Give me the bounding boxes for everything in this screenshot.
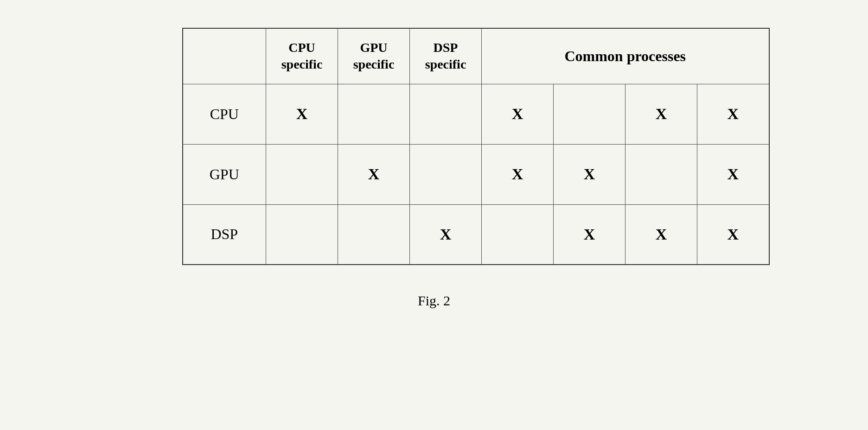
cell-dsp-common4: X xyxy=(697,204,769,265)
cell-gpu-common1: X xyxy=(482,144,554,204)
cell-gpu-cpu-specific xyxy=(266,144,338,204)
cell-dsp-common1 xyxy=(482,204,554,265)
table-row: DSP X X X X xyxy=(183,204,769,265)
table-row: GPU X X X X xyxy=(183,144,769,204)
col-gpu-specific-header: GPUspecific xyxy=(338,28,410,84)
row-label-gpu: GPU xyxy=(183,144,266,204)
empty-header-cell xyxy=(183,28,266,84)
col-common-processes-header: Common processes xyxy=(482,28,769,84)
table-wrapper: CPUspecific GPUspecific DSPspecific Comm… xyxy=(182,28,770,265)
row-label-dsp: DSP xyxy=(183,204,266,265)
cell-gpu-gpu-specific: X xyxy=(338,144,410,204)
page-container: CPUspecific GPUspecific DSPspecific Comm… xyxy=(0,19,868,309)
cell-cpu-gpu-specific xyxy=(338,84,410,144)
cell-cpu-dsp-specific xyxy=(410,84,482,144)
cell-dsp-common2: X xyxy=(554,204,625,265)
cell-cpu-common2 xyxy=(554,84,625,144)
cell-cpu-cpu-specific: X xyxy=(266,84,338,144)
cell-dsp-dsp-specific: X xyxy=(410,204,482,265)
cell-dsp-cpu-specific xyxy=(266,204,338,265)
cell-gpu-dsp-specific xyxy=(410,144,482,204)
col-cpu-specific-header: CPUspecific xyxy=(266,28,338,84)
header-row: CPUspecific GPUspecific DSPspecific Comm… xyxy=(183,28,769,84)
cell-gpu-common4: X xyxy=(697,144,769,204)
table-row: CPU X X X X xyxy=(183,84,769,144)
cell-gpu-common2: X xyxy=(554,144,625,204)
figure-caption: Fig. 2 xyxy=(418,293,450,309)
cell-dsp-gpu-specific xyxy=(338,204,410,265)
cell-dsp-common3: X xyxy=(625,204,697,265)
cell-cpu-common4: X xyxy=(697,84,769,144)
cell-gpu-common3 xyxy=(625,144,697,204)
cell-cpu-common3: X xyxy=(625,84,697,144)
main-table: CPUspecific GPUspecific DSPspecific Comm… xyxy=(182,28,770,265)
col-dsp-specific-header: DSPspecific xyxy=(410,28,482,84)
row-label-cpu: CPU xyxy=(183,84,266,144)
cell-cpu-common1: X xyxy=(482,84,554,144)
